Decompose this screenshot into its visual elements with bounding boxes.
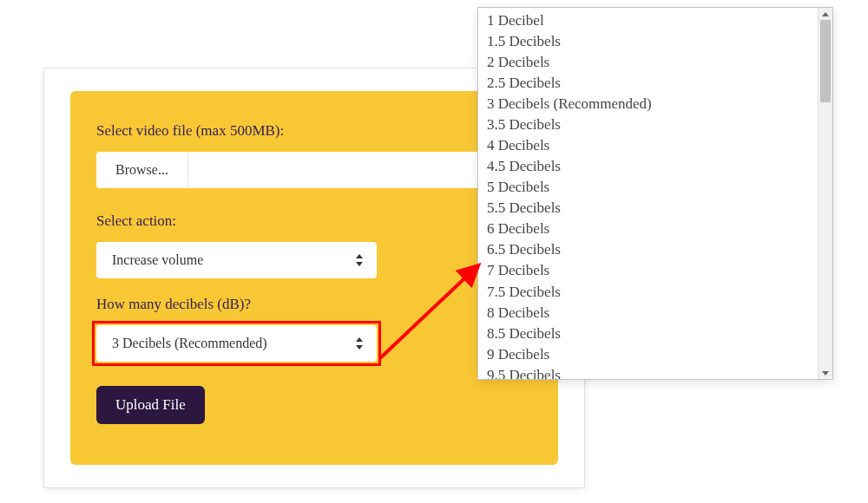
dropdown-option[interactable]: 9 Decibels [478,343,818,364]
dropdown-option[interactable]: 6.5 Decibels [478,239,818,260]
file-label: Select video file (max 500MB): [96,122,532,140]
scroll-down-icon[interactable] [819,367,832,379]
dropdown-option[interactable]: 8 Decibels [478,302,818,323]
scrollbar-thumb[interactable] [820,20,831,102]
decibel-dropdown-popup: 1 Decibel1.5 Decibels2 Decibels2.5 Decib… [477,7,833,380]
dropdown-option[interactable]: 2 Decibels [478,51,818,72]
dropdown-option[interactable]: 7 Decibels [478,260,818,281]
decibel-label: How many decibels (dB)? [96,296,532,313]
dropdown-option[interactable]: 4 Decibels [478,134,818,155]
dropdown-option[interactable]: 1.5 Decibels [478,30,818,51]
decibel-select[interactable]: 3 Decibels (Recommended) [96,325,377,362]
dropdown-option[interactable]: 6 Decibels [478,219,818,239]
dropdown-option[interactable]: 5.5 Decibels [478,198,818,219]
dropdown-option[interactable]: 9.5 Decibels [478,364,818,379]
decibel-select-value: 3 Decibels (Recommended) [96,325,377,362]
dropdown-option[interactable]: 5 Decibels [478,177,818,198]
dropdown-option[interactable]: 8.5 Decibels [478,323,818,343]
file-picker[interactable]: Browse... [96,152,532,188]
browse-button[interactable]: Browse... [96,152,188,188]
scrollbar[interactable] [818,8,832,379]
dropdown-option[interactable]: 4.5 Decibels [478,156,818,177]
action-select[interactable]: Increase volume [96,242,377,278]
upload-button[interactable]: Upload File [96,386,205,424]
dropdown-list[interactable]: 1 Decibel1.5 Decibels2 Decibels2.5 Decib… [478,8,818,379]
action-select-value: Increase volume [96,242,377,278]
decibel-select-highlighted: 3 Decibels (Recommended) [96,325,532,362]
dropdown-option[interactable]: 3.5 Decibels [478,114,818,134]
dropdown-option[interactable]: 1 Decibel [478,10,818,30]
dropdown-option[interactable]: 3 Decibels (Recommended) [478,93,818,114]
dropdown-option[interactable]: 7.5 Decibels [478,281,818,302]
scroll-up-icon[interactable] [819,8,832,20]
dropdown-option[interactable]: 2.5 Decibels [478,72,818,93]
action-label: Select action: [96,212,532,230]
